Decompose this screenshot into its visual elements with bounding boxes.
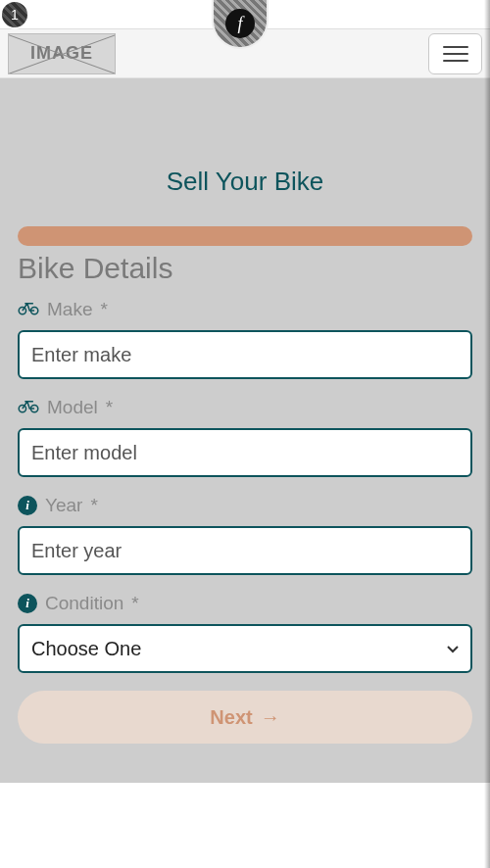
field-condition-label: Condition	[45, 593, 123, 614]
progress-bar	[18, 226, 472, 246]
bicycle-icon	[18, 397, 39, 418]
next-button-label: Next	[210, 706, 252, 729]
required-mark: *	[106, 397, 113, 418]
form-container: Bike Details Make *	[0, 226, 490, 744]
menu-button[interactable]	[428, 33, 482, 74]
debug-badge-1: 1	[0, 0, 29, 29]
logo-placeholder[interactable]: IMAGE	[8, 33, 116, 74]
info-icon: i	[18, 594, 37, 613]
page-body: Sell Your Bike Bike Details Make *	[0, 78, 490, 783]
required-mark: *	[131, 593, 138, 614]
model-input[interactable]	[18, 428, 472, 477]
field-make: Make *	[18, 299, 472, 379]
field-condition-label-row: i Condition *	[18, 593, 472, 614]
field-year-label: Year	[45, 495, 82, 516]
arrow-right-icon: →	[261, 707, 280, 727]
logo-text: IMAGE	[30, 43, 93, 64]
field-condition: i Condition * Choose One	[18, 593, 472, 673]
section-heading: Bike Details	[18, 252, 472, 285]
hamburger-icon	[443, 46, 468, 62]
field-model-label-row: Model *	[18, 397, 472, 418]
required-mark: *	[100, 299, 107, 320]
condition-select[interactable]: Choose One	[18, 624, 472, 673]
field-year: i Year *	[18, 495, 472, 575]
field-model-label: Model	[47, 397, 98, 418]
page-title: Sell Your Bike	[0, 157, 490, 226]
field-year-label-row: i Year *	[18, 495, 472, 516]
required-mark: *	[90, 495, 97, 516]
field-make-label: Make	[47, 299, 92, 320]
make-input[interactable]	[18, 330, 472, 379]
field-make-label-row: Make *	[18, 299, 472, 320]
field-model: Model *	[18, 397, 472, 477]
year-input[interactable]	[18, 526, 472, 575]
next-button[interactable]: Next →	[18, 691, 472, 744]
bicycle-icon	[18, 299, 39, 320]
info-icon: i	[18, 496, 37, 515]
